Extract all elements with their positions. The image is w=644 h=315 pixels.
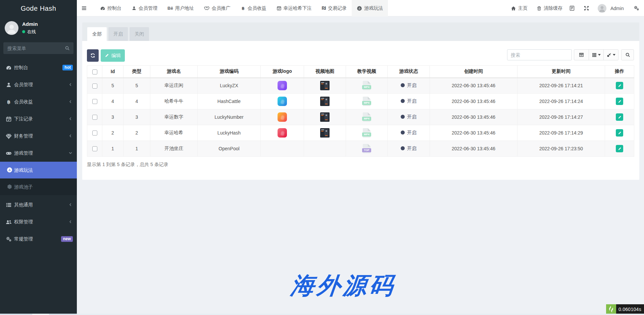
row-edit-button[interactable] bbox=[616, 113, 623, 121]
game-logo-image[interactable] bbox=[278, 81, 287, 90]
table-panel: 全部 开启 关闭 编辑 bbox=[82, 22, 639, 180]
caret-down-icon bbox=[613, 54, 615, 56]
col-video-map[interactable]: 视频地图 bbox=[304, 66, 346, 78]
export-button[interactable] bbox=[603, 49, 618, 60]
select-all-checkbox[interactable] bbox=[92, 69, 97, 74]
nav-tab-member-promo[interactable]: 会员推广 bbox=[199, 0, 236, 16]
hot-badge: hot bbox=[62, 65, 73, 70]
sidebar-search-input[interactable] bbox=[7, 42, 61, 54]
video-map-image[interactable] bbox=[320, 81, 330, 90]
col-code[interactable]: 游戏编码 bbox=[198, 66, 261, 78]
video-file-icon[interactable]: MP4 bbox=[363, 97, 370, 106]
table-row: 2 2 幸运哈希 LuckyHash MP4 开启 2022-06-30 13:… bbox=[87, 125, 634, 141]
horizontal-scrollbar[interactable] bbox=[0, 314, 644, 315]
table-row: 1 1 开池坐庄 OpenPool TOP 开启 2022-06-30 13:4… bbox=[87, 141, 634, 157]
panel-tabs: 全部 开启 关闭 bbox=[82, 22, 639, 41]
nav-language-icon[interactable] bbox=[569, 0, 575, 16]
nav-tab-transactions[interactable]: ₪ 交易记录 bbox=[317, 0, 352, 16]
gamepad-icon bbox=[6, 150, 12, 156]
debug-toolbar[interactable]: 0.060104s bbox=[606, 304, 644, 315]
video-map-image[interactable] bbox=[320, 128, 330, 138]
nav-tab-member-income[interactable]: ฿ 会员收益 bbox=[236, 0, 271, 16]
row-edit-button[interactable] bbox=[616, 82, 623, 89]
columns-grid-icon bbox=[592, 53, 597, 57]
col-logo[interactable]: 游戏logo bbox=[261, 66, 304, 78]
col-type[interactable]: 类型 bbox=[123, 66, 150, 78]
sidebar-item-game-management[interactable]: 游戏管理 bbox=[0, 145, 77, 162]
sidebar-item-member-income[interactable]: ฿ 会员收益 bbox=[0, 93, 77, 110]
col-id[interactable]: Id bbox=[102, 66, 123, 78]
nav-tab-user-address[interactable]: Bē 用户地址 bbox=[162, 0, 199, 16]
video-file-icon[interactable]: MP4 bbox=[363, 112, 370, 122]
tab-all[interactable]: 全部 bbox=[87, 27, 107, 41]
status-badge: 开启 bbox=[401, 146, 416, 151]
nav-tab-console[interactable]: 控制台 bbox=[95, 0, 127, 16]
hexagon-icon bbox=[7, 184, 12, 190]
col-tutorial-video[interactable]: 教学视频 bbox=[346, 66, 388, 78]
sidebar-item-permissions[interactable]: 权限管理 bbox=[0, 213, 77, 230]
detail-view-button[interactable] bbox=[574, 49, 589, 60]
row-checkbox[interactable] bbox=[92, 99, 97, 104]
sidebar-item-other-common[interactable]: 其他通用 bbox=[0, 196, 77, 213]
nav-home[interactable]: 主页 bbox=[511, 0, 528, 16]
columns-button[interactable] bbox=[589, 49, 604, 60]
nav-tab-game-play[interactable]: 游戏玩法 bbox=[352, 0, 388, 16]
row-checkbox[interactable] bbox=[92, 130, 97, 136]
video-file-icon[interactable]: MP4 bbox=[363, 81, 370, 90]
nav-tab-lucky-hash-bet[interactable]: 幸运哈希下注 bbox=[271, 0, 317, 16]
video-map-image[interactable] bbox=[320, 97, 330, 106]
handshake-icon bbox=[204, 5, 210, 11]
nav-settings[interactable] bbox=[634, 0, 639, 16]
row-checkbox[interactable] bbox=[92, 84, 97, 89]
row-edit-button[interactable] bbox=[616, 129, 623, 137]
status-dot-icon bbox=[401, 99, 405, 103]
sidebar-toggle-icon[interactable] bbox=[81, 5, 87, 11]
table-search-input[interactable] bbox=[507, 49, 572, 60]
row-checkbox[interactable] bbox=[92, 115, 97, 120]
col-name[interactable]: 游戏名 bbox=[150, 66, 198, 78]
sidebar-item-console[interactable]: 控制台 hot bbox=[0, 59, 77, 76]
nav-tab-members[interactable]: 会员管理 bbox=[127, 0, 162, 16]
nav-user[interactable]: Admin bbox=[598, 0, 624, 16]
edit-button[interactable]: 编辑 bbox=[101, 49, 125, 62]
table-row: 4 4 哈希牛牛 HashCattle MP4 开启 2022-06-30 13… bbox=[87, 94, 634, 109]
video-file-icon[interactable]: TOP bbox=[363, 144, 370, 153]
tab-open[interactable]: 开启 bbox=[108, 27, 128, 41]
chevron-left-icon bbox=[68, 220, 72, 224]
col-actions[interactable]: 操作 bbox=[605, 66, 634, 78]
search-icon[interactable] bbox=[65, 46, 70, 51]
users-icon bbox=[6, 219, 12, 225]
top-navbar: 控制台 会员管理 Bē 用户地址 会员推广 ฿ 会员收益 幸运哈希下注 ₪ 交易… bbox=[77, 0, 644, 16]
tab-closed[interactable]: 关闭 bbox=[130, 27, 149, 41]
sidebar-item-game-pool[interactable]: 游戏池子 bbox=[0, 178, 77, 195]
sidebar-item-game-play[interactable]: 游戏玩法 bbox=[0, 162, 77, 178]
game-logo-image[interactable] bbox=[278, 128, 287, 138]
video-file-icon[interactable]: MP4 bbox=[363, 128, 370, 138]
row-checkbox[interactable] bbox=[92, 146, 97, 151]
game-logo-image[interactable] bbox=[278, 97, 287, 106]
row-edit-button[interactable] bbox=[616, 145, 623, 152]
row-edit-button[interactable] bbox=[616, 98, 623, 105]
col-created[interactable]: 创建时间 bbox=[430, 66, 517, 78]
tachometer-icon bbox=[6, 65, 12, 71]
avatar bbox=[598, 4, 606, 13]
sidebar-item-finance[interactable]: 财务管理 bbox=[0, 127, 77, 145]
nav-clear-cache[interactable]: 清除缓存 bbox=[537, 0, 562, 16]
sidebar-search bbox=[3, 42, 73, 54]
game-logo-image[interactable] bbox=[278, 112, 287, 122]
status-dot-icon bbox=[401, 115, 405, 119]
search-button[interactable] bbox=[621, 49, 634, 60]
status-badge: 开启 bbox=[401, 130, 416, 135]
refresh-button[interactable] bbox=[87, 49, 99, 62]
video-map-image[interactable] bbox=[320, 112, 330, 122]
sidebar-item-bet-records[interactable]: 下注记录 bbox=[0, 110, 77, 127]
bitcoin-icon: ฿ bbox=[6, 99, 12, 105]
online-dot-icon bbox=[22, 30, 25, 33]
chevron-left-icon bbox=[68, 83, 72, 87]
col-status[interactable]: 游戏状态 bbox=[388, 66, 430, 78]
sidebar-item-members[interactable]: 会员管理 bbox=[0, 76, 77, 93]
nav-fullscreen-icon[interactable] bbox=[584, 0, 589, 16]
sidebar-item-general[interactable]: 常规管理 new bbox=[0, 230, 77, 248]
chevron-left-icon bbox=[68, 100, 72, 104]
col-updated[interactable]: 更新时间 bbox=[517, 66, 605, 78]
